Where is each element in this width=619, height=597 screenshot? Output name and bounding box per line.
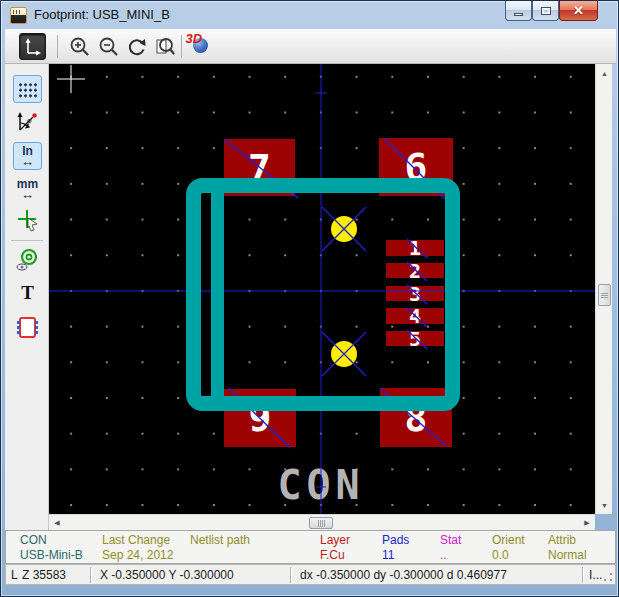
- app-icon: [10, 7, 27, 24]
- body-outline: [194, 186, 453, 404]
- field-attrib: AttribNormal: [548, 533, 587, 563]
- double-arrow-icon: ↔: [21, 189, 34, 200]
- coordinate-status-bar: L Z 35583 X -0.350000 Y -0.300000 dx -0.…: [5, 564, 616, 585]
- toolbar-separator: [181, 35, 182, 58]
- view-3d-button[interactable]: 3D: [187, 33, 214, 60]
- field-value: Sep 24, 2012: [102, 548, 173, 563]
- divider: [90, 567, 91, 583]
- minimize-icon: [514, 13, 523, 16]
- divider: [582, 567, 583, 583]
- field-value: F.Cu: [320, 548, 350, 563]
- field-value: USB-Mini-B: [20, 548, 83, 563]
- units-inch-button[interactable]: In ↔: [13, 142, 42, 170]
- view-3d-icon: 3D: [189, 35, 213, 59]
- field-value: 0.0: [492, 548, 525, 563]
- field-stat: Stat..: [440, 533, 461, 563]
- cursor-shape-button[interactable]: [13, 206, 42, 234]
- field-label: Orient: [492, 533, 525, 548]
- footprint-viewer-window: Footprint: USB_MINI_B ✕: [0, 0, 619, 597]
- scroll-down-button[interactable]: ▼: [597, 498, 612, 512]
- relative-position: dx -0.350000 dy -0.300000 d 0.460977: [300, 568, 507, 582]
- units-mm-button[interactable]: mm ↔: [13, 175, 42, 203]
- field-label: Pads: [382, 533, 409, 548]
- show-edges-sketch-button[interactable]: [13, 313, 42, 341]
- zoom-fit-button[interactable]: [151, 33, 178, 60]
- canvas-overlay: [49, 64, 595, 514]
- magnifier-plus-icon: [69, 36, 91, 58]
- display-options-button[interactable]: [19, 33, 46, 60]
- minimize-button[interactable]: [505, 1, 532, 21]
- grid-dots-icon: [17, 81, 39, 98]
- field-last-change: Last ChangeSep 24, 2012: [102, 533, 173, 563]
- field-label: Last Change: [102, 533, 173, 548]
- field-orient: Orient0.0: [492, 533, 525, 563]
- field-value: ..: [440, 548, 461, 563]
- units-indicator: I...: [589, 568, 602, 582]
- magnifier-page-icon: [154, 36, 176, 58]
- cursor-position: X -0.350000 Y -0.300000: [100, 568, 234, 582]
- grid-toggle-button[interactable]: [13, 75, 42, 103]
- svg-text:φ: φ: [27, 117, 32, 125]
- axis-origin-icon: [23, 37, 43, 57]
- toolbar-separator: [57, 35, 58, 58]
- text-icon: T: [21, 282, 34, 304]
- full-cursor-icon: [16, 208, 40, 232]
- title-bar: Footprint: USB_MINI_B ✕: [1, 1, 619, 29]
- scroll-up-button[interactable]: ▲: [597, 66, 612, 80]
- mounting-hole-bottom: [322, 332, 366, 376]
- zoom-in-button[interactable]: [66, 33, 93, 60]
- divider: [290, 567, 291, 583]
- circular-arrow-icon: [126, 36, 148, 58]
- redraw-button[interactable]: [123, 33, 150, 60]
- field-pads: Pads11: [382, 533, 409, 563]
- zoom-level: Z 35583: [22, 568, 66, 582]
- show-text-sketch-button[interactable]: T: [13, 279, 42, 307]
- options-toolbar: φ In ↔ mm ↔ T: [5, 64, 49, 530]
- field-value: Normal: [548, 548, 587, 563]
- main-toolbar: 3D: [5, 29, 616, 64]
- toolbar-separator: [11, 240, 43, 241]
- pad-rings-eye-icon: [16, 248, 40, 272]
- footprint-info-bar: CONUSB-Mini-B Last ChangeSep 24, 2012 Ne…: [5, 530, 616, 564]
- maximize-button[interactable]: [532, 1, 559, 21]
- resize-grip[interactable]: [602, 571, 614, 583]
- polar-coords-button[interactable]: φ: [13, 108, 42, 136]
- field-label: Attrib: [548, 533, 587, 548]
- field-label: CON: [20, 533, 83, 548]
- double-arrow-icon: ↔: [21, 156, 34, 167]
- vertical-scrollbar[interactable]: ▲ ▼: [595, 64, 612, 514]
- field-netlist-path: Netlist path: [190, 533, 250, 548]
- horizontal-scroll-thumb[interactable]: [309, 517, 333, 529]
- scroll-right-button[interactable]: ▶: [580, 516, 594, 530]
- mode-indicator: L: [11, 568, 18, 582]
- zoom-out-button[interactable]: [95, 33, 122, 60]
- field-label: Netlist path: [190, 533, 250, 548]
- close-icon: ✕: [573, 3, 584, 18]
- field-label: Layer: [320, 533, 350, 548]
- field-layer: LayerF.Cu: [320, 533, 350, 563]
- magnifier-minus-icon: [98, 36, 120, 58]
- field-name: CONUSB-Mini-B: [20, 533, 83, 563]
- show-pads-button[interactable]: [13, 246, 42, 274]
- mounting-hole-top: [322, 207, 366, 251]
- maximize-icon: [541, 7, 551, 15]
- close-button[interactable]: ✕: [559, 1, 598, 21]
- scroll-left-button[interactable]: ◀: [50, 516, 64, 530]
- window-title: Footprint: USB_MINI_B: [34, 7, 170, 22]
- vertical-scroll-thumb[interactable]: [598, 284, 611, 306]
- field-value: 11: [382, 548, 409, 563]
- grid-cursor-cross: [57, 65, 85, 93]
- horizontal-scrollbar[interactable]: ◀ ▶: [49, 514, 595, 530]
- polar-coordinates-icon: φ: [16, 110, 40, 134]
- footprint-canvas[interactable]: 7 6 9 8 1 2 3 4 5 CON: [49, 64, 595, 514]
- module-outline-icon: [19, 317, 36, 338]
- field-label: Stat: [440, 533, 461, 548]
